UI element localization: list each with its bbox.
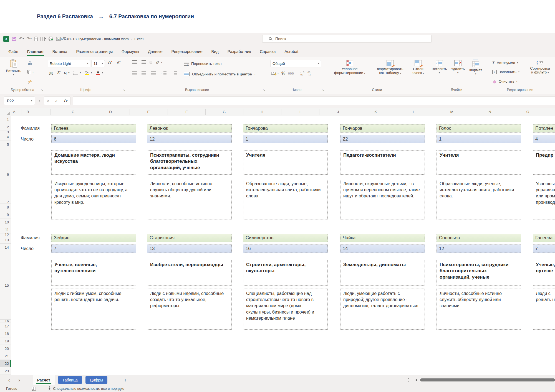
surname-cell[interactable]: Гапеев <box>51 124 136 133</box>
number-cell[interactable]: 14 <box>340 245 425 253</box>
row-header[interactable]: 5 <box>0 141 11 148</box>
borders-button[interactable] <box>73 71 78 75</box>
breadcrumb-section[interactable]: Раздел 6 Распаковка <box>37 13 93 19</box>
clear-button[interactable]: Очистить ▾ <box>492 79 518 83</box>
surname-cell[interactable]: Гончарова <box>243 124 328 133</box>
row-header[interactable]: 3 <box>0 131 11 133</box>
row-header[interactable]: 17 <box>0 322 11 330</box>
print-preview-button[interactable] <box>34 37 38 41</box>
column-header[interactable]: M <box>447 108 457 116</box>
breadcrumb-page[interactable]: 6.7 Распаковка по нумерологии <box>109 13 194 19</box>
decrease-decimal-button[interactable]: .00 →.0 <box>307 71 311 76</box>
field-label-surname[interactable]: Фамилия <box>21 234 51 242</box>
column-header[interactable]: B <box>23 108 33 116</box>
row-header[interactable]: 15 <box>0 251 11 320</box>
enter-button[interactable]: ✓ <box>55 99 58 103</box>
chevron-down-icon[interactable]: ▾ <box>278 72 279 75</box>
merge-center-button[interactable]: Объединить и поместить в центре ▾ <box>184 72 256 76</box>
category-description-cell[interactable]: Искусные рукодельницы, которые производя… <box>51 179 136 220</box>
row-header[interactable]: 12 <box>0 233 11 236</box>
orientation-button[interactable]: ab <box>155 60 160 65</box>
underline-button[interactable]: Ч <box>64 71 67 75</box>
surname-cell[interactable]: Голос <box>437 124 521 133</box>
column-header[interactable]: J <box>333 108 343 116</box>
ribbon-tab[interactable]: Разметка страницы <box>72 46 117 57</box>
chevron-down-icon[interactable]: ▾ <box>68 72 69 74</box>
cut-button[interactable] <box>28 60 32 65</box>
row-header[interactable]: 19 <box>0 337 11 345</box>
row-header[interactable]: 10 <box>0 218 11 226</box>
chevron-down-icon[interactable]: ▾ <box>102 72 103 74</box>
name-box[interactable]: P22 ▾ <box>4 96 35 105</box>
category-description-cell[interactable]: Люди с решать н <box>533 289 555 330</box>
ribbon-tab[interactable]: Главная <box>23 46 48 57</box>
category-title-cell[interactable]: Строители, архитекторы, скульпторы <box>243 260 328 286</box>
format-as-table-button[interactable]: Форматировать как таблицу ▾ <box>371 60 409 75</box>
row-header[interactable]: 22 <box>0 360 11 367</box>
ribbon-tab[interactable]: Формулы <box>117 46 143 57</box>
increase-indent-button[interactable]: ← <box>171 72 177 75</box>
row-header[interactable]: 11 <box>0 226 11 233</box>
ribbon-tab[interactable]: Рецензирование <box>167 46 207 57</box>
undo-button[interactable]: ↶▾ <box>19 37 24 41</box>
surname-cell[interactable]: Зейдин <box>51 234 136 242</box>
ribbon-tab[interactable]: Разработчик <box>223 46 256 57</box>
wrap-text-button[interactable]: ↩ Переносить текст <box>184 62 222 66</box>
accounting-format-button[interactable] <box>271 72 277 75</box>
prev-sheet-icon[interactable]: ‹ <box>8 377 10 383</box>
sheet-tab[interactable]: Таблица <box>58 376 82 384</box>
hscroll-left-arrow[interactable] <box>415 379 417 381</box>
ribbon-tab[interactable]: Acrobat <box>280 46 303 57</box>
font-color-button[interactable]: А <box>96 71 100 75</box>
hscroll-thumb[interactable] <box>420 378 555 381</box>
surname-cell[interactable]: Гончаров <box>340 124 425 133</box>
align-right-button[interactable] <box>151 72 156 75</box>
category-title-cell[interactable]: Изобретатели, первопроходцы <box>147 260 232 286</box>
row-header[interactable]: 23 <box>0 367 11 375</box>
cancel-button[interactable]: × <box>47 98 49 103</box>
fill-color-button[interactable] <box>85 71 89 75</box>
print-button[interactable] <box>49 37 54 41</box>
sort-filter-button[interactable]: АЯ Сортировка и фильтр ▾ <box>527 61 553 74</box>
paste-button[interactable]: Вставить ▾ <box>5 59 22 76</box>
category-description-cell[interactable]: Личности, способные истинно служить обще… <box>147 179 232 220</box>
italic-button[interactable]: К <box>57 70 60 75</box>
format-painter-button[interactable] <box>28 79 33 84</box>
chevron-down-icon[interactable]: ▾ <box>91 72 92 74</box>
number-cell[interactable]: 6 <box>51 135 136 143</box>
autosum-button[interactable]: Σ Автосумма ▾ <box>492 60 518 65</box>
category-description-cell[interactable]: Образованные люди, ученые, интеллектуаль… <box>243 179 328 220</box>
chevron-down-icon[interactable]: ▾ <box>161 61 162 63</box>
number-cell[interactable]: 1 <box>243 135 328 143</box>
font-name-select[interactable]: Roboto Light ▾ <box>48 60 90 67</box>
row-header[interactable]: 1 <box>0 116 11 123</box>
sheet-tab-active[interactable]: Расчёт <box>33 375 55 385</box>
number-cell[interactable]: 16 <box>243 245 328 253</box>
conditional-formatting-button[interactable]: Условное форматирование ▾ <box>329 60 370 75</box>
formula-bar-drag-handle[interactable] <box>39 99 40 103</box>
ribbon-tab[interactable]: Вид <box>207 46 223 57</box>
insert-function-button[interactable]: fx <box>64 98 67 103</box>
field-label-surname[interactable]: Фамилия <box>21 124 51 133</box>
tab-splitter-handle[interactable] <box>408 378 409 382</box>
category-title-cell[interactable]: Домашние мастера, люди искусства <box>51 150 136 175</box>
row-header[interactable]: 9 <box>0 211 11 218</box>
category-title-cell[interactable]: Педагоги-воспитатели <box>340 150 425 175</box>
ribbon-tab[interactable]: Вставка <box>48 46 72 57</box>
next-sheet-icon[interactable]: › <box>18 377 20 383</box>
number-cell[interactable]: 12 <box>147 135 232 143</box>
dialog-launcher-icon[interactable]: ↘ <box>322 88 324 92</box>
save-button[interactable] <box>12 37 16 41</box>
cell-styles-button[interactable]: Стили ячеек ▾ <box>410 60 427 75</box>
row-header[interactable]: 16 <box>0 320 11 322</box>
number-cell[interactable]: 1 <box>437 135 521 143</box>
row-header[interactable]: 13 <box>0 236 11 244</box>
status-ready[interactable]: Готово <box>6 386 17 391</box>
field-label-number[interactable]: Число <box>21 135 51 143</box>
number-cell[interactable]: 7 <box>533 245 555 253</box>
column-header[interactable]: N <box>485 108 495 116</box>
column-header[interactable]: E <box>143 108 153 116</box>
macro-record-button[interactable] <box>32 387 36 391</box>
column-header[interactable]: D <box>105 108 115 116</box>
surname-cell[interactable]: Чайка <box>340 234 425 242</box>
